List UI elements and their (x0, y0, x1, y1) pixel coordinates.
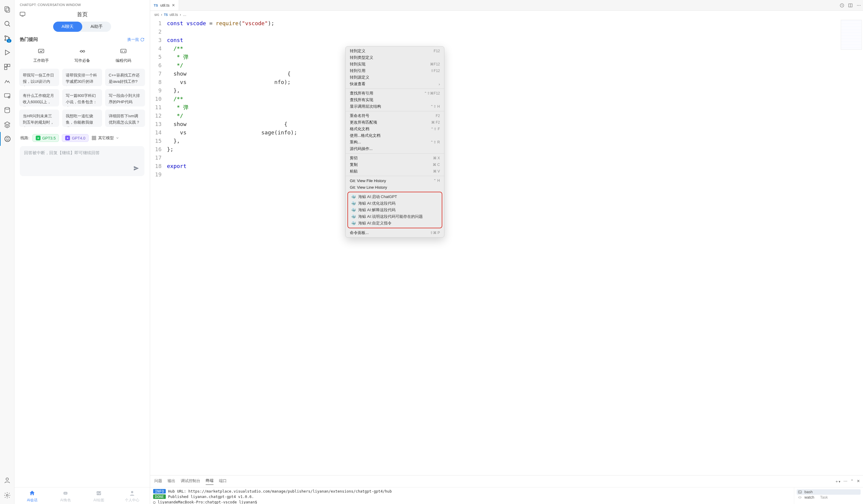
question-card[interactable]: 详细回答下ivm调优到底怎么实践？ (105, 109, 145, 127)
extensions-icon[interactable] (0, 60, 14, 74)
account-icon[interactable] (0, 474, 14, 487)
terminal-bash[interactable]: bash (797, 489, 861, 495)
split-icon[interactable] (848, 3, 853, 8)
more-icon[interactable]: ⋯ (843, 479, 847, 484)
context-menu-item[interactable]: 复制⌘ C (346, 161, 444, 168)
terminal-output[interactable]: INFO Hub URL: https://marketplace.visual… (150, 488, 794, 504)
tab-util[interactable]: TS util.ts ✕ (150, 0, 179, 11)
minimap[interactable] (841, 20, 862, 50)
nav-chat[interactable]: AI会话 (16, 490, 49, 503)
chip-gpt40[interactable]: ✦GPT4.0 (62, 134, 89, 142)
close-panel-icon[interactable]: ✕ (857, 479, 860, 484)
settings-gear-icon[interactable] (0, 488, 14, 502)
svg-rect-26 (95, 138, 96, 140)
tab-debug[interactable]: 调试控制台 (181, 478, 200, 485)
context-menu-item[interactable]: 显示调用层次结构⌃⇧ H (346, 103, 444, 110)
close-icon[interactable]: ✕ (172, 3, 175, 8)
context-menu-item[interactable]: 重命名符号F2 (346, 113, 444, 119)
chip-gpt35[interactable]: ✦GPT3.5 (33, 134, 59, 142)
cast-icon[interactable] (19, 11, 26, 18)
question-card[interactable]: 当HR问到未来三到五年的规划时，应… (19, 109, 59, 127)
svg-rect-24 (95, 136, 96, 138)
more-icon[interactable] (856, 3, 861, 8)
terminal-watch[interactable]: watch Task (797, 495, 861, 500)
nav-draw[interactable]: AI绘图 (82, 490, 116, 503)
quick-code[interactable]: 编程代码 (116, 48, 131, 63)
context-menu-item[interactable]: 转到实现⌘F12 (346, 61, 444, 67)
nav-me[interactable]: 个人中心 (115, 490, 149, 503)
ts-file-icon: TS (164, 13, 168, 16)
context-menu-item[interactable]: Git: View File History⌃ H (346, 177, 444, 184)
ai-action-item[interactable]: 🐳海鲸 AI:解释这段代码 (348, 207, 442, 213)
context-menu-item[interactable]: 转到引用⇧F12 (346, 67, 444, 74)
svg-rect-23 (92, 136, 94, 138)
context-menu-item[interactable]: 源代码操作... (346, 145, 444, 152)
command-palette-item[interactable]: 命令面板... ⇧⌘ P (346, 230, 444, 236)
ai-action-item[interactable]: 🐳海鲸 AI:说明这段代码可能存在的问题 (348, 213, 442, 220)
chatgpt-icon[interactable] (0, 132, 14, 146)
other-models[interactable]: 其它模型 (91, 135, 119, 141)
question-card[interactable]: 我想吃一道红烧鱼，你能教我做吗？ (62, 109, 102, 127)
context-menu-item[interactable]: 使用...格式化文档 (346, 132, 444, 139)
context-menu-item[interactable]: 快速查看› (346, 81, 444, 87)
layers-icon[interactable] (0, 118, 14, 131)
question-card[interactable]: C++容易找工作还是iava好找工作?c++… (105, 69, 145, 86)
context-menu-item[interactable]: Git: View Line History (346, 184, 444, 191)
tab-terminal[interactable]: 终端 (206, 478, 213, 485)
context-menu-item[interactable]: 转到定义F12 (346, 48, 444, 54)
question-card[interactable]: 帮我写一份工作日报，以UI设计内容… (19, 69, 59, 86)
svg-line-3 (9, 25, 10, 26)
context-menu-item[interactable]: 查找所有引用⌃⇧⌘F12 (346, 90, 444, 96)
run-debug-icon[interactable] (0, 46, 14, 60)
context-menu-item[interactable]: 查找所有实现 (346, 96, 444, 103)
context-menu-item[interactable]: 粘贴⌘ V (346, 168, 444, 175)
source-control-icon[interactable]: 1 (0, 31, 14, 45)
svg-point-31 (131, 491, 133, 493)
refresh-button[interactable]: 换一批 (127, 37, 145, 42)
tab-problems[interactable]: 问题 (154, 478, 162, 485)
quick-write[interactable]: 写作必备 (74, 48, 90, 63)
context-menu-item[interactable]: 转到类型定义 (346, 54, 444, 61)
question-card[interactable]: 有什么工作稳定月收入6000以上，基… (19, 89, 59, 106)
ai-action-item[interactable]: 🐳海鲸 AI:启动 ChatGPT (348, 194, 442, 200)
send-icon[interactable] (133, 165, 140, 172)
nav-role[interactable]: AI角色 (49, 490, 82, 503)
new-terminal-icon[interactable]: ＋▾ (835, 479, 840, 484)
context-menu-item[interactable]: 转到源定义 (346, 74, 444, 81)
svg-point-29 (66, 493, 67, 494)
ai-action-item[interactable]: 🐳海鲸 AI:优化这段代码 (348, 200, 442, 207)
chat-input[interactable]: 回答被中断，回复【继续】即可继续回答 (20, 146, 145, 176)
tab-output[interactable]: 输出 (167, 478, 175, 485)
quick-work[interactable]: 工作助手 (33, 48, 49, 63)
seg-ai-assistant[interactable]: Ai助手 (82, 22, 111, 32)
route-label: 线路: (21, 135, 29, 141)
search-icon[interactable] (0, 17, 14, 30)
svg-point-15 (6, 478, 9, 480)
history-icon[interactable] (840, 3, 845, 8)
testing-icon[interactable] (0, 74, 14, 88)
code-content[interactable]: const vscode = require("vscode"); const … (167, 19, 863, 179)
database-icon[interactable] (0, 103, 14, 117)
context-menu-item[interactable]: 更改所有匹配项⌘ F2 (346, 119, 444, 126)
chatgpt-panel: CHATGPT: CONVERSATION WINDOW 首页 Ai聊天 Ai助… (14, 0, 150, 504)
context-menu-item[interactable]: 格式化文档⌃⇧ F (346, 126, 444, 132)
seg-ai-chat[interactable]: Ai聊天 (53, 22, 82, 32)
maximize-icon[interactable]: ⌃ (850, 479, 854, 484)
editor-area: TS util.ts ✕ src › TS util.ts ›… 1234567… (150, 0, 863, 504)
svg-rect-22 (121, 49, 126, 53)
question-card[interactable]: 请帮我安排一个科学减肥30斤的详细… (62, 69, 102, 86)
explorer-icon[interactable] (0, 2, 14, 16)
context-menu-item[interactable]: 剪切⌘ X (346, 155, 444, 161)
remote-icon[interactable] (0, 89, 14, 103)
svg-point-36 (859, 5, 859, 5)
scm-badge: 1 (7, 39, 11, 43)
ai-action-item[interactable]: 🐳海鲸 AI:自定义指令 (348, 220, 442, 227)
tab-ports[interactable]: 端口 (219, 478, 227, 485)
svg-point-16 (6, 494, 8, 496)
svg-point-37 (860, 5, 861, 5)
question-card[interactable]: 写一段由小到大排序的PHP代码 (105, 89, 145, 106)
question-card[interactable]: 写一篇800字科幻小说，任务包含：张… (62, 89, 102, 106)
breadcrumb[interactable]: src › TS util.ts ›… (150, 11, 863, 18)
svg-rect-10 (4, 67, 7, 69)
context-menu-item[interactable]: 重构...⌃⇧ R (346, 139, 444, 145)
